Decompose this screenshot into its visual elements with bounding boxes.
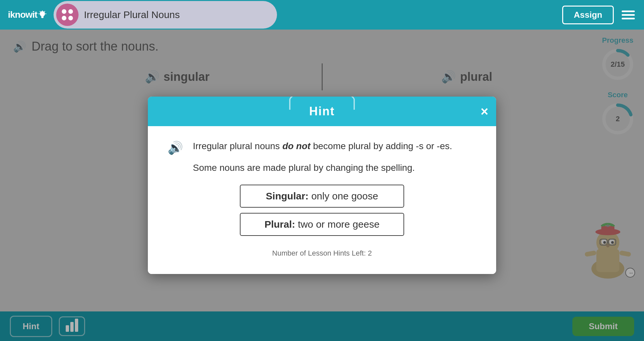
hint-speaker-row: 🔊 Irregular plural nouns do not become p… [168, 139, 476, 175]
example2-value: two or more geese [295, 219, 380, 230]
hint-para1-pre: Irregular plural nouns [193, 141, 282, 151]
example1-label: Singular: [266, 191, 309, 201]
lesson-icon-dots [59, 7, 76, 23]
menu-line-1 [622, 11, 635, 12]
hint-para1-bold: do not [282, 141, 310, 151]
menu-line-3 [622, 18, 635, 19]
hint-close-button[interactable]: × [481, 105, 488, 118]
hint-modal-header: Hint × [148, 97, 496, 126]
hint-footer: Number of Lesson Hints Left: 2 [168, 246, 476, 258]
example2-label: Plural: [264, 219, 295, 230]
hint-paragraph-2: Some nouns are made plural by changing t… [193, 161, 452, 175]
svg-line-6 [40, 11, 40, 12]
hint-modal-body: 🔊 Irregular plural nouns do not become p… [148, 126, 496, 274]
svg-rect-1 [41, 16, 44, 17]
hint-para1-post: become plural by adding -s or -es. [310, 141, 452, 151]
hint-header-arc [289, 97, 355, 110]
lesson-icon [56, 4, 79, 26]
hint-speaker-icon[interactable]: 🔊 [168, 141, 183, 155]
menu-line-2 [622, 14, 635, 16]
logo-text: iknowit [8, 10, 37, 20]
lesson-pill: Irregular Plural Nouns [54, 1, 277, 29]
logo: iknowit [8, 10, 47, 20]
hint-example-singular: Singular: only one goose [240, 185, 404, 208]
svg-rect-2 [41, 17, 43, 18]
assign-button[interactable]: Assign [562, 6, 614, 24]
hint-text-block: Irregular plural nouns do not become plu… [193, 139, 452, 175]
hint-examples: Singular: only one goose Plural: two or … [168, 185, 476, 236]
lesson-title: Irregular Plural Nouns [84, 9, 180, 20]
hint-paragraph-1: Irregular plural nouns do not become plu… [193, 139, 452, 153]
menu-button[interactable] [620, 9, 636, 21]
modal-overlay: Hint × 🔊 Irregular plural nouns do not b… [0, 30, 644, 341]
svg-line-4 [44, 11, 45, 12]
hint-example-plural: Plural: two or more geese [240, 213, 404, 236]
svg-point-0 [40, 11, 45, 16]
example1-value: only one goose [309, 191, 378, 201]
logo-bulb-icon [38, 10, 47, 19]
app-header: iknowit Irregular Plural Nouns Assign [0, 0, 644, 30]
main-content: 🔊 Drag to sort the nouns. 🔊 singular 🔊 p… [0, 30, 644, 341]
hint-modal: Hint × 🔊 Irregular plural nouns do not b… [148, 97, 496, 274]
header-right: Assign [562, 6, 636, 24]
